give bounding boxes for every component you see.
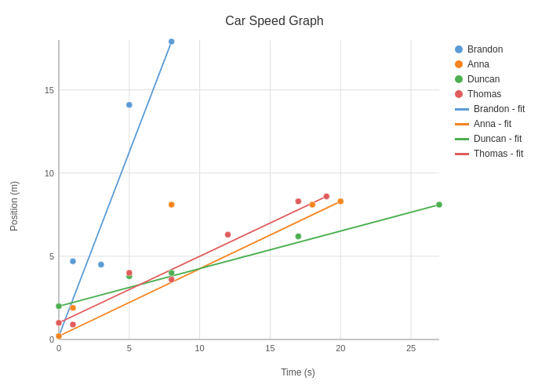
legend-item: Anna - fit bbox=[455, 118, 549, 129]
svg-text:15: 15 bbox=[45, 85, 54, 95]
svg-point-23 bbox=[70, 258, 76, 264]
plot-area: 0510152025051015 bbox=[24, 28, 447, 367]
svg-point-41 bbox=[225, 231, 231, 238]
legend-label: Duncan - fit bbox=[474, 133, 522, 144]
legend-label: Anna - fit bbox=[474, 118, 511, 129]
legend-item: Thomas bbox=[455, 89, 549, 100]
x-axis-label: Time (s) bbox=[47, 367, 549, 384]
svg-point-42 bbox=[295, 198, 301, 205]
svg-point-24 bbox=[98, 262, 104, 268]
svg-point-30 bbox=[309, 201, 315, 208]
legend-line-icon bbox=[455, 153, 469, 155]
svg-point-39 bbox=[126, 270, 133, 276]
legend-label: Duncan bbox=[467, 74, 500, 85]
legend-label: Brandon - fit bbox=[474, 103, 525, 114]
y-axis-label-container: Position (m) bbox=[0, 28, 24, 384]
legend-dot-icon bbox=[455, 60, 463, 68]
legend-line-icon bbox=[455, 138, 469, 140]
legend-item: Thomas - fit bbox=[455, 148, 549, 159]
svg-point-29 bbox=[169, 201, 175, 208]
chart-title: Car Speed Graph bbox=[225, 14, 323, 28]
svg-point-38 bbox=[70, 321, 76, 328]
legend: BrandonAnnaDuncanThomasBrandon - fitAnna… bbox=[447, 28, 549, 367]
legend-label: Brandon bbox=[467, 44, 503, 55]
legend-item: Duncan bbox=[455, 74, 549, 85]
svg-point-31 bbox=[337, 198, 344, 205]
svg-text:0: 0 bbox=[56, 343, 61, 353]
svg-text:10: 10 bbox=[45, 169, 54, 178]
svg-point-25 bbox=[126, 102, 133, 108]
svg-text:5: 5 bbox=[127, 343, 132, 353]
svg-point-43 bbox=[323, 193, 329, 199]
legend-item: Duncan - fit bbox=[455, 133, 549, 144]
svg-point-26 bbox=[169, 38, 175, 45]
svg-text:10: 10 bbox=[195, 343, 205, 353]
y-axis-label: Position (m) bbox=[9, 181, 20, 231]
legend-dot-icon bbox=[455, 75, 463, 83]
legend-label: Anna bbox=[467, 59, 489, 70]
legend-label: Thomas - fit bbox=[474, 148, 523, 159]
svg-text:15: 15 bbox=[265, 343, 274, 353]
svg-point-28 bbox=[70, 305, 76, 311]
svg-text:5: 5 bbox=[49, 252, 54, 261]
svg-point-32 bbox=[56, 303, 62, 310]
svg-text:0: 0 bbox=[49, 335, 54, 344]
plot-svg: 0510152025051015 bbox=[24, 28, 447, 367]
legend-dot-icon bbox=[455, 90, 463, 98]
svg-point-37 bbox=[56, 320, 62, 326]
svg-text:25: 25 bbox=[406, 343, 416, 353]
svg-point-40 bbox=[169, 277, 175, 283]
legend-label: Thomas bbox=[467, 89, 501, 100]
svg-point-34 bbox=[169, 270, 175, 276]
svg-point-36 bbox=[436, 201, 442, 208]
svg-point-35 bbox=[295, 233, 301, 239]
legend-item: Anna bbox=[455, 59, 549, 70]
legend-line-icon bbox=[455, 123, 469, 125]
legend-dot-icon bbox=[455, 45, 463, 53]
legend-line-icon bbox=[455, 108, 469, 111]
legend-item: Brandon - fit bbox=[455, 103, 549, 114]
legend-item: Brandon bbox=[455, 44, 549, 55]
svg-text:20: 20 bbox=[336, 343, 345, 353]
svg-point-27 bbox=[56, 333, 62, 339]
chart-container: Car Speed Graph Position (m) 05101520250… bbox=[0, 0, 549, 392]
